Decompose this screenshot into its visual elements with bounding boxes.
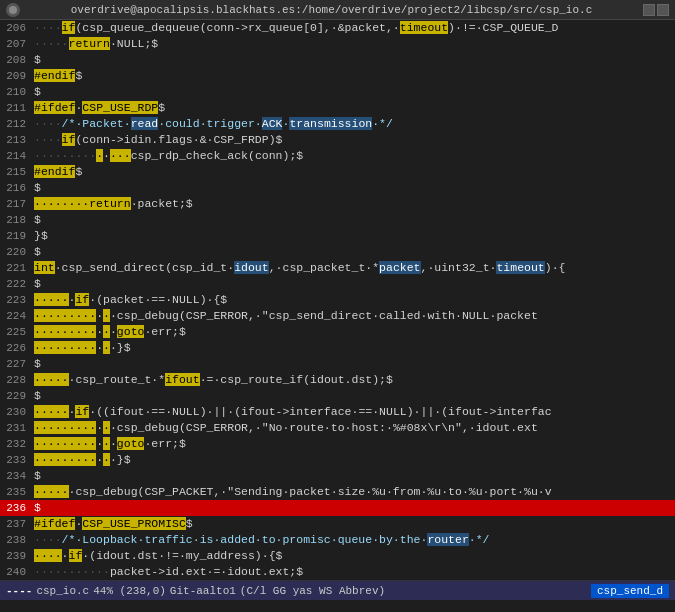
code-line-226: 226 ············}$ <box>0 340 675 356</box>
code-line-223: 223 ······if·(packet·==·NULL)·{$ <box>0 292 675 308</box>
code-line-224: 224 ············csp_debug(CSP_ERROR,·"cs… <box>0 308 675 324</box>
title-bar: overdrive@apocalipsis.blackhats.es:/home… <box>0 0 675 20</box>
code-line-236: 236 $ <box>0 500 675 516</box>
status-function: csp_send_d <box>591 584 669 598</box>
code-line-220: 220 $ <box>0 244 675 260</box>
window-controls[interactable] <box>643 4 669 16</box>
status-mode: ---- <box>6 585 32 597</box>
code-line-211: 211 #ifdef·CSP_USE_RDP$ <box>0 100 675 116</box>
code-line-229: 229 $ <box>0 388 675 404</box>
title-text: overdrive@apocalipsis.blackhats.es:/home… <box>26 4 637 16</box>
status-position: 44% (238,0) <box>93 585 166 597</box>
code-line-225: 225 ············goto·err;$ <box>0 324 675 340</box>
code-line-235: 235 ······csp_debug(CSP_PACKET,·"Sending… <box>0 484 675 500</box>
code-line-219: 219 }$ <box>0 228 675 244</box>
code-line-215: 215 #endif$ <box>0 164 675 180</box>
code-line-216: 216 $ <box>0 180 675 196</box>
code-line-206: 206 ····if(csp_queue_dequeue(conn->rx_qu… <box>0 20 675 36</box>
code-line-207: 207 ·····return·NULL;$ <box>0 36 675 52</box>
code-line-228: 228 ······csp_route_t·*ifout·=·csp_route… <box>0 372 675 388</box>
code-line-210: 210 $ <box>0 84 675 100</box>
code-line-209: 209 #endif$ <box>0 68 675 84</box>
code-line-221: 221 int·csp_send_direct(csp_id_t·idout,·… <box>0 260 675 276</box>
code-line-230: 230 ······if·((ifout·==·NULL)·||·(ifout-… <box>0 404 675 420</box>
svg-point-0 <box>9 6 17 14</box>
code-line-227: 227 $ <box>0 356 675 372</box>
code-line-237: 237 #ifdef·CSP_USE_PROMISC$ <box>0 516 675 532</box>
code-line-214: 214 ··············csp_rdp_check_ack(conn… <box>0 148 675 164</box>
code-line-212: 212 ····/*·Packet·read·could·trigger·ACK… <box>0 116 675 132</box>
status-bar: ---- csp_io.c 44% (238,0) Git-aalto1 (C/… <box>0 580 675 600</box>
maximize-button[interactable] <box>657 4 669 16</box>
app-icon <box>6 3 20 17</box>
code-line-233: 233 ············}$ <box>0 452 675 468</box>
code-line-222: 222 $ <box>0 276 675 292</box>
status-info: (C/l GG yas WS Abbrev) <box>240 585 385 597</box>
code-line-208: 208 $ <box>0 52 675 68</box>
minimize-button[interactable] <box>643 4 655 16</box>
code-line-213: 213 ····if(conn->idin.flags·&·CSP_FRDP)$ <box>0 132 675 148</box>
code-line-218: 218 $ <box>0 212 675 228</box>
code-line-231: 231 ············csp_debug(CSP_ERROR,·"No… <box>0 420 675 436</box>
code-line-238: 238 ····/*·Loopback·traffic·is·added·to·… <box>0 532 675 548</box>
code-line-240: 240 ···········packet->id.ext·=·idout.ex… <box>0 564 675 580</box>
code-area: 206 ····if(csp_queue_dequeue(conn->rx_qu… <box>0 20 675 580</box>
code-line-234: 234 $ <box>0 468 675 484</box>
status-git: Git-aalto1 <box>170 585 236 597</box>
status-filename: csp_io.c <box>36 585 89 597</box>
code-line-239: 239 ·····if·(idout.dst·!=·my_address)·{$ <box>0 548 675 564</box>
code-line-232: 232 ············goto·err;$ <box>0 436 675 452</box>
code-line-217: 217 ········return·packet;$ <box>0 196 675 212</box>
